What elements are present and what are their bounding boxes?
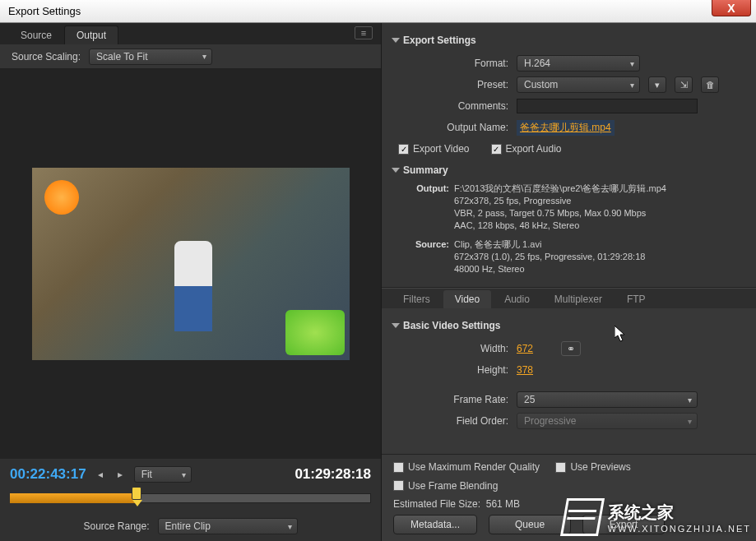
next-frame-icon[interactable]: ▸ <box>114 469 126 480</box>
preview-frame <box>32 168 350 360</box>
work-area <box>10 493 135 503</box>
preset-label: Preset: <box>393 79 508 90</box>
in-timecode[interactable]: 00:22:43:17 <box>10 466 86 483</box>
export-audio-checkbox[interactable]: ✓Export Audio <box>491 143 562 155</box>
width-label: Width: <box>393 343 508 354</box>
save-preset-icon[interactable]: ▾ <box>648 76 666 93</box>
max-quality-checkbox[interactable]: Use Maximum Render Quality <box>393 461 540 473</box>
tab-multiplexer[interactable]: Multiplexer <box>543 290 614 308</box>
close-icon: X <box>727 2 735 15</box>
summary-source-value: Clip, 爸爸去哪儿 1.avi 672x378 (1.0), 25 fps,… <box>454 238 744 275</box>
video-preview[interactable] <box>0 69 381 459</box>
preview-panel: Source Output Source Scaling: Scale To F… <box>0 23 382 541</box>
twirl-down-icon <box>392 323 400 328</box>
export-button[interactable]: Export <box>582 515 665 534</box>
window-title: Export Settings <box>8 5 81 17</box>
panel-menu-icon[interactable] <box>355 26 373 39</box>
fieldorder-dropdown: Progressive <box>517 413 698 429</box>
source-range-label: Source Range: <box>83 520 149 532</box>
use-previews-checkbox[interactable]: Use Previews <box>555 461 630 473</box>
fieldorder-label: Field Order: <box>393 415 508 427</box>
delete-preset-icon[interactable]: 🗑 <box>701 76 719 93</box>
comments-input[interactable] <box>517 99 698 113</box>
timeline-slider[interactable] <box>10 490 371 515</box>
est-size-label: Estimated File Size: <box>393 498 480 510</box>
height-field[interactable]: 378 <box>517 364 541 376</box>
close-button[interactable]: X <box>712 0 751 16</box>
bottom-bar: Use Maximum Render Quality Use Previews … <box>382 454 756 541</box>
preset-dropdown[interactable]: Custom <box>517 76 640 93</box>
preview-tabs: Source Output <box>0 23 381 44</box>
summary-source-label: Source: <box>405 238 449 275</box>
tab-ftp[interactable]: FTP <box>615 290 657 308</box>
metadata-button[interactable]: Metadata... <box>393 515 477 534</box>
est-size-value: 561 MB <box>486 498 520 510</box>
link-dimensions-icon[interactable]: ⚭ <box>561 341 581 356</box>
duration-timecode: 01:29:28:18 <box>295 466 371 483</box>
playhead-icon[interactable] <box>132 487 141 500</box>
title-bar: Export Settings X <box>0 0 756 23</box>
source-scaling-dropdown[interactable]: Scale To Fit <box>89 49 212 65</box>
tab-source[interactable]: Source <box>8 25 64 44</box>
format-dropdown[interactable]: H.264 <box>517 55 640 72</box>
tab-audio[interactable]: Audio <box>493 290 541 308</box>
twirl-down-icon <box>392 168 400 173</box>
twirl-down-icon <box>392 38 400 43</box>
export-video-checkbox[interactable]: ✓Export Video <box>398 143 470 155</box>
basic-video-header[interactable]: Basic Video Settings <box>393 320 744 331</box>
summary-header[interactable]: Summary <box>393 164 744 176</box>
tab-video[interactable]: Video <box>443 290 491 308</box>
prev-frame-icon[interactable]: ◂ <box>95 469 106 480</box>
summary-output-value: F:\2013我的文档\百度经验\pre2\爸爸去哪儿剪辑.mp4 672x37… <box>454 183 744 232</box>
zoom-dropdown[interactable]: Fit <box>134 466 192 483</box>
tab-filters[interactable]: Filters <box>392 290 442 308</box>
framerate-dropdown[interactable]: 25 <box>517 391 698 408</box>
import-preset-icon[interactable]: ⇲ <box>675 76 693 93</box>
output-name-link[interactable]: 爸爸去哪儿剪辑.mp4 <box>517 120 615 136</box>
export-settings-header[interactable]: Export Settings <box>393 35 744 46</box>
format-label: Format: <box>393 58 508 69</box>
source-range-dropdown[interactable]: Entire Clip <box>158 518 298 534</box>
settings-tabs: Filters Video Audio Multiplexer FTP <box>382 289 756 308</box>
width-field[interactable]: 672 <box>517 343 541 354</box>
height-label: Height: <box>393 364 508 376</box>
frame-blending-checkbox[interactable]: Use Frame Blending <box>393 480 498 492</box>
tab-output[interactable]: Output <box>64 25 118 44</box>
framerate-label: Frame Rate: <box>393 394 508 405</box>
comments-label: Comments: <box>393 100 508 112</box>
output-name-label: Output Name: <box>393 122 508 133</box>
summary-output-label: Output: <box>405 183 449 232</box>
source-scaling-label: Source Scaling: <box>12 51 81 62</box>
settings-panel: Export Settings Format: H.264 Preset: Cu… <box>382 23 756 541</box>
queue-button[interactable]: Queue <box>489 515 571 534</box>
